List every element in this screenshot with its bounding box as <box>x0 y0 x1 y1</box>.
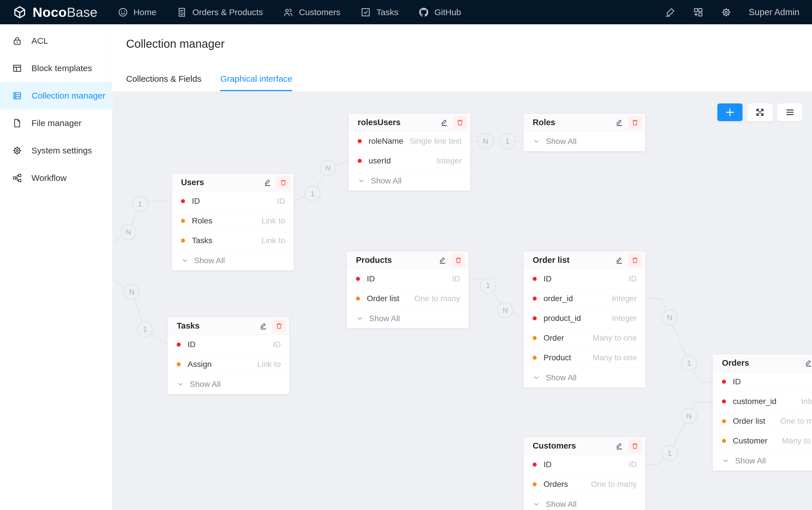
trash-icon <box>275 322 283 330</box>
sidebar-item-block-templates[interactable]: Block templates <box>0 55 112 82</box>
sidebar-item-file-manager[interactable]: File manager <box>0 110 112 137</box>
edit-collection-button[interactable] <box>615 442 624 450</box>
chevron-down-icon <box>533 374 540 382</box>
show-all-toggle[interactable]: Show All <box>523 131 645 151</box>
sidebar-item-workflow[interactable]: Workflow <box>0 164 112 192</box>
delete-collection-button[interactable] <box>628 116 642 129</box>
show-all-toggle[interactable]: Show All <box>523 494 645 510</box>
field-row-id: IDID <box>168 335 289 355</box>
show-all-label: Show All <box>546 500 576 509</box>
entity-title: Tasks <box>177 321 200 331</box>
entity-title: Customers <box>533 441 576 451</box>
navbar-item-customers[interactable]: Customers <box>283 7 340 18</box>
entity-card-roles[interactable]: RolesShow All <box>523 114 645 151</box>
field-type: ID <box>629 460 637 469</box>
field-name: Order list <box>733 417 765 426</box>
edit-collection-button[interactable] <box>259 322 268 330</box>
field-row-order-list: Order listOne to many <box>347 289 469 308</box>
nocobase-logo[interactable]: NocoBase <box>0 4 110 21</box>
settings-sidebar: ACLBlock templatesCollection managerFile… <box>0 24 112 510</box>
delete-collection-button[interactable] <box>628 253 642 267</box>
navbar-item-label: Customers <box>299 7 340 17</box>
required-field-dot <box>358 139 362 143</box>
entity-card-order-list[interactable]: Order listIDIDorder_idIntegerproduct_idI… <box>523 251 645 387</box>
relation-field-dot <box>533 356 536 360</box>
navbar-item-home[interactable]: Home <box>117 7 156 18</box>
svg-text:1: 1 <box>486 281 490 290</box>
trash-icon <box>631 256 639 264</box>
relation-field-dot <box>722 419 726 423</box>
canvas-toolbar <box>717 103 803 121</box>
entity-card-rolesusers[interactable]: rolesUsersroleNameSingle line textuserId… <box>349 114 470 190</box>
svg-text:N: N <box>325 164 331 172</box>
layout-menu-button[interactable] <box>777 103 803 121</box>
appstore-add-button[interactable] <box>693 7 704 18</box>
field-type: ID <box>277 197 285 206</box>
show-all-toggle[interactable]: Show All <box>349 171 470 190</box>
show-all-toggle[interactable]: Show All <box>172 250 294 270</box>
navbar-item-label: Tasks <box>376 7 398 17</box>
tab-graphical-interface[interactable]: Graphical interface <box>220 74 292 91</box>
show-all-label: Show All <box>371 176 401 185</box>
cardinality-badge: N <box>662 310 677 325</box>
current-user-menu[interactable]: Super Admin <box>749 7 800 18</box>
entity-card-orders[interactable]: OrdersIDIDcustomer_idIntegerOrder listOn… <box>713 354 812 471</box>
entity-card-users[interactable]: UsersIDIDRolesLink toTasksLink toShow Al… <box>172 174 294 270</box>
sidebar-item-collection-manager[interactable]: Collection manager <box>0 82 112 110</box>
delete-collection-button[interactable] <box>272 319 286 333</box>
required-field-dot <box>722 399 726 403</box>
field-row-id: IDID <box>713 372 812 392</box>
show-all-toggle[interactable]: Show All <box>523 368 645 387</box>
delete-collection-button[interactable] <box>452 253 465 267</box>
trash-icon <box>456 119 464 126</box>
field-name: Roles <box>192 216 212 226</box>
edit-collection-button[interactable] <box>263 178 272 187</box>
delete-collection-button[interactable] <box>277 176 290 189</box>
edit-collection-button[interactable] <box>438 256 447 265</box>
show-all-toggle[interactable]: Show All <box>168 374 289 394</box>
check-square-icon <box>360 7 371 18</box>
tab-collections-fields[interactable]: Collections & Fields <box>126 74 201 91</box>
add-collection-button[interactable] <box>717 103 743 121</box>
edit-icon <box>438 256 447 265</box>
settings-button[interactable] <box>721 7 732 18</box>
delete-collection-button[interactable] <box>628 439 642 453</box>
sidebar-item-system-settings[interactable]: System settings <box>0 137 112 164</box>
edit-collection-button[interactable] <box>440 118 448 127</box>
show-all-toggle[interactable]: Show All <box>713 451 812 471</box>
field-name: ID <box>544 460 552 469</box>
navbar-item-github[interactable]: GitHub <box>418 7 461 18</box>
field-row-id: IDID <box>523 455 645 475</box>
entity-card-customers[interactable]: CustomersIDIDOrdersOne to manyShow All <box>523 437 645 510</box>
show-all-label: Show All <box>194 256 225 265</box>
edit-collection-button[interactable] <box>615 256 624 265</box>
entity-actions <box>615 253 642 267</box>
navbar-item-tasks[interactable]: Tasks <box>360 7 398 18</box>
entity-actions <box>259 319 286 333</box>
cardinality-badge: 1 <box>480 278 496 293</box>
edit-collection-button[interactable] <box>804 359 812 367</box>
content-header: Collection manager Collections & FieldsG… <box>112 24 812 91</box>
cardinality-badge: N <box>497 303 513 318</box>
required-field-dot <box>181 199 185 203</box>
edit-collection-button[interactable] <box>615 118 624 127</box>
navbar-item-orders-products[interactable]: Orders & Products <box>176 7 263 18</box>
field-type: Many to one <box>593 333 637 342</box>
entity-card-tasks[interactable]: TasksIDIDAssignLink toShow All <box>168 317 289 394</box>
entity-card-products[interactable]: ProductsIDIDOrder listOne to manyShow Al… <box>347 251 469 328</box>
highlighter-button[interactable] <box>665 7 676 18</box>
fullscreen-button[interactable] <box>747 103 773 121</box>
delete-collection-button[interactable] <box>453 116 467 129</box>
erd-canvas[interactable]: 1NN11NN11NN1N1 rolesUsersroleNameSingle … <box>112 91 812 510</box>
sidebar-item-label: ACL <box>31 36 48 46</box>
entity-header: Users <box>172 174 294 191</box>
show-all-toggle[interactable]: Show All <box>347 308 469 328</box>
field-name: Tasks <box>192 236 212 245</box>
edit-icon <box>615 256 624 265</box>
edit-icon <box>259 322 268 330</box>
nocobase-cube-icon <box>11 4 28 21</box>
file-icon <box>12 118 22 128</box>
sidebar-item-acl[interactable]: ACL <box>0 27 112 55</box>
field-type: ID <box>273 340 281 349</box>
chevron-down-icon <box>181 257 188 264</box>
